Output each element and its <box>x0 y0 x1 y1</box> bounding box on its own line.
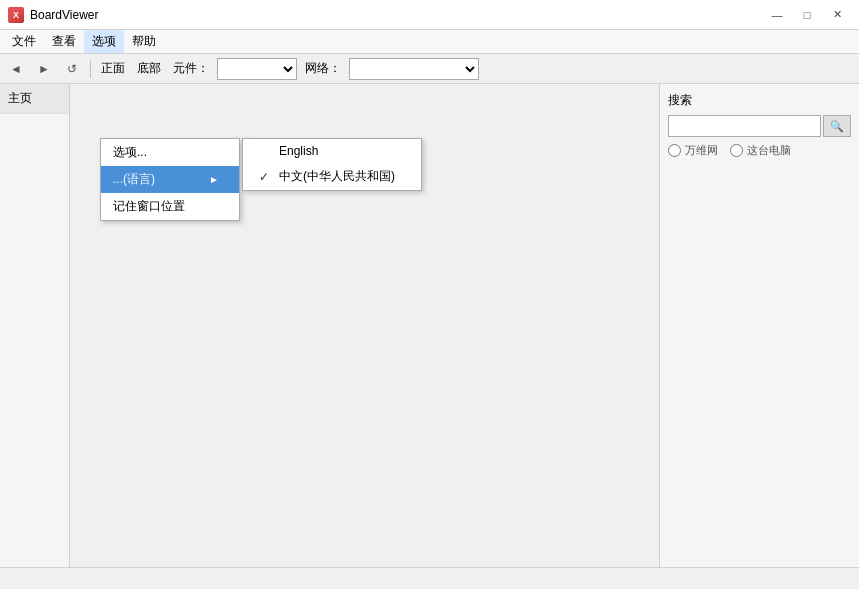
main-area: 主页 搜索 🔍 万维网 这台电脑 选项... ...(语言) ► <box>0 84 859 567</box>
radio-web-label: 万维网 <box>685 143 718 158</box>
component-select[interactable] <box>217 58 297 80</box>
lang-english[interactable]: English <box>243 139 421 163</box>
menu-bar: 文件 查看 选项 帮助 <box>0 30 859 54</box>
toolbar: ◄ ► ↺ 正面 底部 元件： 网络： <box>0 54 859 84</box>
menu-view[interactable]: 查看 <box>44 30 84 53</box>
app-icon: X <box>8 7 24 23</box>
left-sidebar: 主页 <box>0 84 70 567</box>
bottom-label: 底部 <box>133 60 165 77</box>
close-button[interactable]: ✕ <box>823 5 851 25</box>
radio-local-label: 这台电脑 <box>747 143 791 158</box>
search-button[interactable]: 🔍 <box>823 115 851 137</box>
right-panel: 搜索 🔍 万维网 这台电脑 <box>659 84 859 567</box>
language-submenu: English ✓ 中文(中华人民共和国) <box>242 138 422 191</box>
refresh-button[interactable]: ↺ <box>60 58 84 80</box>
radio-web[interactable]: 万维网 <box>668 143 718 158</box>
lang-chinese[interactable]: ✓ 中文(中华人民共和国) <box>243 163 421 190</box>
minimize-button[interactable]: — <box>763 5 791 25</box>
maximize-button[interactable]: □ <box>793 5 821 25</box>
radio-local-input[interactable] <box>730 144 743 157</box>
back-button[interactable]: ◄ <box>4 58 28 80</box>
menu-help[interactable]: 帮助 <box>124 30 164 53</box>
submenu-arrow-icon: ► <box>209 174 219 185</box>
menu-options-remember-pos[interactable]: 记住窗口位置 <box>101 193 239 220</box>
radio-local[interactable]: 这台电脑 <box>730 143 791 158</box>
window-controls: — □ ✕ <box>763 5 851 25</box>
app-title: BoardViewer <box>30 8 98 22</box>
options-menu: 选项... ...(语言) ► 记住窗口位置 <box>100 138 240 221</box>
lang-english-check <box>259 144 273 158</box>
search-label: 搜索 <box>668 92 851 109</box>
radio-row: 万维网 这台电脑 <box>668 143 851 158</box>
lang-chinese-check: ✓ <box>259 170 273 184</box>
menu-file[interactable]: 文件 <box>4 30 44 53</box>
menu-options-language[interactable]: ...(语言) ► <box>101 166 239 193</box>
options-remember-label: 记住窗口位置 <box>113 198 185 215</box>
search-input[interactable] <box>668 115 821 137</box>
status-bar <box>0 567 859 589</box>
options-language-label: ...(语言) <box>113 171 155 188</box>
title-bar: X BoardViewer — □ ✕ <box>0 0 859 30</box>
component-label: 元件： <box>169 60 213 77</box>
forward-button[interactable]: ► <box>32 58 56 80</box>
network-select[interactable] <box>349 58 479 80</box>
title-bar-left: X BoardViewer <box>8 7 98 23</box>
network-label: 网络： <box>301 60 345 77</box>
face-label: 正面 <box>97 60 129 77</box>
search-row: 🔍 <box>668 115 851 137</box>
lang-english-label: English <box>279 144 318 158</box>
options-settings-label: 选项... <box>113 144 147 161</box>
radio-web-input[interactable] <box>668 144 681 157</box>
toolbar-divider-1 <box>90 60 91 78</box>
home-tab[interactable]: 主页 <box>0 84 69 114</box>
menu-options-settings[interactable]: 选项... <box>101 139 239 166</box>
lang-chinese-label: 中文(中华人民共和国) <box>279 168 395 185</box>
menu-options[interactable]: 选项 <box>84 30 124 53</box>
